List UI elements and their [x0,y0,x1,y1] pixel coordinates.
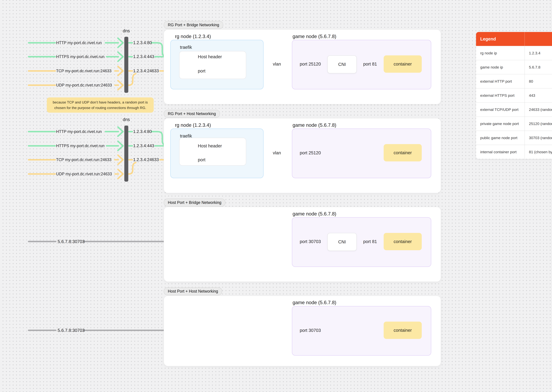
game-port-label-1: port 25120 [300,62,321,67]
legend-cell: 443 [524,88,552,102]
container-port-label-3: port 81 [363,239,377,244]
cni-box-1: CNI [327,55,357,73]
port-label-1: port [198,68,205,73]
cni-box-3: CNI [327,233,357,251]
container-box-4: container [384,322,422,339]
dns1-resolved-http: 1.2.3.4:80 [133,40,152,45]
legend-cell: external TCP/UDP port [476,102,524,117]
legend-header-label: Legend [476,32,524,46]
legend-table: Legend Range rg node ip 1.2.3.4 game nod… [476,32,552,159]
game-node-title-4: game node (5.6.7.8) [293,300,336,305]
legend-cell: 81 (chosen by user) [524,145,552,159]
section-title-host-host: Host Port + Host Networking [164,287,222,295]
dns1-row-http-label: HTTP my-port.dc.rivet.run [56,41,102,45]
traefik-box-2 [179,138,246,166]
dns-bar-1 [124,37,128,93]
vlan-label-2: vlan [266,150,288,155]
dns1-resolved-https: 1.2.3.4:443 [133,54,154,59]
dns2-row-https-label: HTTPS my-port.dc.rivet.run [56,144,105,148]
dns1-row-udp-label: UDP my-port.dc.rivet.run:24633 [56,83,112,87]
game-node-title-1: game node (5.6.7.8) [293,34,336,39]
dns2-row-tcp-label: TCP my-port.dc.rivet.run:24633 [56,157,112,162]
legend-cell: 24633 (randomly chosen per configured po… [524,102,552,117]
game-port-label-2: port 25120 [300,150,321,155]
game-port-label-3: port 30703 [300,239,321,244]
source-label-4: 5.6.7.8:30703 [58,328,85,333]
vlan-label-1: vlan [266,62,288,67]
dns-group-1-arrows [28,38,177,90]
legend-cell: game node ip [476,60,524,74]
container-box-3: container [384,233,422,250]
legend-cell: internal container port [476,145,524,159]
dns2-row-udp-label: UDP my-port.dc.rivet.run:24633 [56,172,112,176]
legend-cell: 80 [524,74,552,88]
dns2-row-http-label: HTTP my-port.dc.rivet.run [56,129,102,134]
legend-cell: rg node ip [476,46,524,60]
section-title-rg-bridge: RG Port + Bridge Networking [164,21,223,29]
dns1-resolved-tcp: 1.2.3.4:24633 [133,69,159,73]
game-port-label-4: port 30703 [300,328,321,333]
container-box-2: container [384,144,422,161]
traefik-label-1: traefik [180,45,192,50]
dns-bar-2 [124,126,128,182]
dns2-resolved-http: 1.2.3.4:80 [133,129,152,134]
legend-header-value [524,32,552,46]
legend-cell: 30703 (randomly chosen per configured ho… [524,131,552,145]
game-node-title-2: game node (5.6.7.8) [293,122,336,128]
rg-node-title-1: rg node (1.2.3.4) [175,34,211,39]
host-header-label-1: Host header [198,54,222,59]
legend-cell: 1.2.3.4 [524,46,552,60]
rg-node-title-2: rg node (1.2.3.4) [175,122,211,128]
dns2-resolved-tcp: 1.2.3.4:24633 [133,157,159,162]
container-box-1: container [384,55,422,73]
host-header-label-2: Host header [198,143,222,148]
legend-cell: external HTTPS port [476,88,524,102]
dns-label-2: dns [115,117,137,122]
legend-cell: public game node port [476,131,524,145]
port-label-2: port [198,157,205,162]
dns-label-1: dns [115,28,137,33]
section-title-rg-host: RG Port + Host Networking [164,110,220,118]
game-node-title-3: game node (5.6.7.8) [293,211,336,217]
source-label-3: 5.6.7.8:30703 [58,239,85,244]
dns1-row-https-label: HTTPS my-port.dc.rivet.run [56,54,105,59]
dns1-row-tcp-label: TCP my-port.dc.rivet.run:24633 [56,69,112,73]
legend-cell: 25120 (randomly chosen per configured GG… [524,117,552,131]
tcp-udp-note: because TCP and UDP don’t have headers, … [47,98,154,113]
diagram-canvas: dns HTTP my-port.dc.rivet.run HTTPS my-p… [0,0,552,392]
dns-group-2-arrows [28,127,177,179]
dns2-resolved-https: 1.2.3.4:443 [133,143,154,148]
legend-cell: external HTTP port [476,74,524,88]
legend-cell: 5.6.7.8 [524,60,552,74]
legend-cell: private game node port [476,117,524,131]
container-port-label-1: port 81 [363,62,377,67]
section-title-host-bridge: Host Port + Bridge Networking [164,199,226,207]
